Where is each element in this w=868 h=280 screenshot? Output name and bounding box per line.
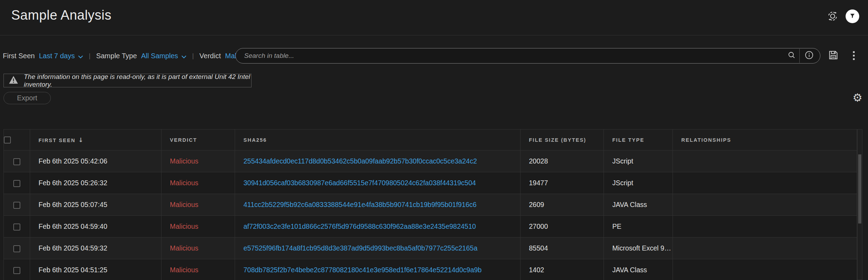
relationships-cell [673,172,857,194]
file-type-cell: JScript [604,172,673,194]
chevron-down-icon [78,52,83,60]
column-header-verdict[interactable]: Verdict [161,129,235,151]
info-icon[interactable] [805,51,814,61]
first-seen-cell: Feb 6th 2025 04:59:32 [30,238,161,259]
sort-descending-icon[interactable]: ↓ [78,136,83,144]
table-row: Feb 6th 2025 04:59:40 Malicious af72f003… [4,216,857,238]
relationships-cell [673,194,857,216]
funnel-icon [849,13,855,20]
column-header-sha256[interactable]: SHA256 [235,129,521,151]
row-checkbox[interactable] [13,224,20,231]
refresh-button[interactable] [827,11,839,22]
kebab-icon [853,55,855,56]
column-header-first-seen[interactable]: First Seen↓ [30,129,161,151]
chevron-down-icon [181,52,186,60]
verdict-badge: Malicious [170,244,198,252]
banner-text: The information on this page is read-onl… [24,73,251,88]
kebab-icon [853,51,855,53]
file-type-cell: Microsoft Excel 9… [604,238,673,259]
warning-icon [9,76,18,85]
top-bar: Sample Analysis [0,0,868,35]
first-seen-cell: Feb 6th 2025 05:07:45 [30,194,161,216]
column-header-file-size[interactable]: File Size (Bytes) [521,129,604,151]
relationships-cell [673,216,857,238]
file-size-cell: 2609 [521,194,604,216]
row-checkbox[interactable] [13,202,20,209]
filter-verdict-label: Verdict [199,52,221,60]
row-checkbox[interactable] [13,158,20,165]
relationships-cell [673,238,857,259]
file-size-cell: 20028 [521,151,604,172]
table-row: Feb 6th 2025 04:59:32 Malicious e57525f9… [4,238,857,259]
file-size-cell: 27000 [521,216,604,238]
search-box-divider [799,49,800,63]
refresh-icon [827,10,839,23]
filter-sample-type[interactable]: Sample Type All Samples [96,51,186,60]
verdict-badge: Malicious [170,266,198,274]
avatar-filter-button[interactable] [846,9,859,23]
sha256-link[interactable]: 30941d056caf03b6830987e6ad66f5515e7f4709… [243,179,476,187]
filter-first-seen-label: First Seen [3,52,35,60]
verdict-badge: Malicious [170,179,198,187]
sha256-link[interactable]: 708db7825f2b7e4bebe2c8778082180c41e3e958… [243,266,482,274]
kebab-icon [853,58,855,60]
table-scrollbar[interactable] [857,129,862,280]
sha256-link[interactable]: 411cc2b5229f5b92c6a0833388544e91e4fa38b5… [243,201,476,208]
first-seen-cell: Feb 6th 2025 04:59:40 [30,216,161,238]
page-title: Sample Analysis [11,8,111,23]
table-row: Feb 6th 2025 05:07:45 Malicious 411cc2b5… [4,194,857,216]
table-row: Feb 6th 2025 05:26:32 Malicious 30941d05… [4,172,857,194]
relationships-cell [673,259,857,280]
filter-sample-type-value[interactable]: All Samples [141,52,178,60]
select-all-checkbox[interactable] [4,136,11,144]
file-type-cell: JAVA Class [604,194,673,216]
sample-analysis-page: Sample Analysis First Seen [0,0,868,280]
verdict-badge: Malicious [170,157,198,165]
export-button[interactable]: Export [4,92,51,104]
file-type-cell: JScript [604,151,673,172]
sha256-link[interactable]: e57525f96fb174a8f1cb95d8d3e387ad9d5d993b… [243,244,477,252]
filter-sample-type-label: Sample Type [96,52,137,60]
table-header-row: First Seen↓ Verdict SHA256 File Size (By… [4,129,857,151]
sha256-link[interactable]: af72f003c2e3fe101d866c2576f5d976d9588c63… [243,222,476,230]
filter-divider: | [192,52,194,60]
relationships-cell [673,151,857,172]
scrollbar-thumb[interactable] [858,154,861,224]
column-header-label: First Seen [39,138,75,143]
save-view-button[interactable] [827,49,839,61]
search-icon[interactable] [787,51,796,61]
samples-table: First Seen↓ Verdict SHA256 File Size (By… [4,129,857,280]
gear-icon[interactable]: ⚙ [850,91,864,105]
verdict-badge: Malicious [170,222,198,230]
sha256-link[interactable]: 255434afdecd0ec117d8d0b53462c5b0a09faab9… [243,157,477,165]
first-seen-cell: Feb 6th 2025 05:26:32 [30,172,161,194]
table-row: Feb 6th 2025 04:51:25 Malicious 708db782… [4,259,857,280]
file-type-cell: PE [604,216,673,238]
filter-bar: First Seen Last 7 days | Sample Type All… [3,51,263,60]
verdict-badge: Malicious [170,201,198,208]
row-checkbox[interactable] [13,180,20,187]
more-options-button[interactable] [849,49,858,62]
search-input[interactable] [236,52,786,60]
row-checkbox[interactable] [13,267,20,274]
table-row: Feb 6th 2025 05:42:06 Malicious 255434af… [4,151,857,172]
save-icon [828,49,839,62]
first-seen-cell: Feb 6th 2025 05:42:06 [30,151,161,172]
column-header-file-type[interactable]: File Type [604,129,673,151]
file-size-cell: 85504 [521,238,604,259]
filter-first-seen[interactable]: First Seen Last 7 days [3,51,83,60]
table-search-box [235,48,820,64]
column-header-relationships[interactable]: Relationships [673,129,857,151]
filter-first-seen-value[interactable]: Last 7 days [39,52,75,60]
read-only-banner: The information on this page is read-onl… [4,74,252,87]
row-checkbox[interactable] [13,245,20,252]
file-size-cell: 1402 [521,259,604,280]
file-type-cell: JAVA Class [604,259,673,280]
filter-divider: | [89,52,90,60]
file-size-cell: 19477 [521,172,604,194]
first-seen-cell: Feb 6th 2025 04:51:25 [30,259,161,280]
